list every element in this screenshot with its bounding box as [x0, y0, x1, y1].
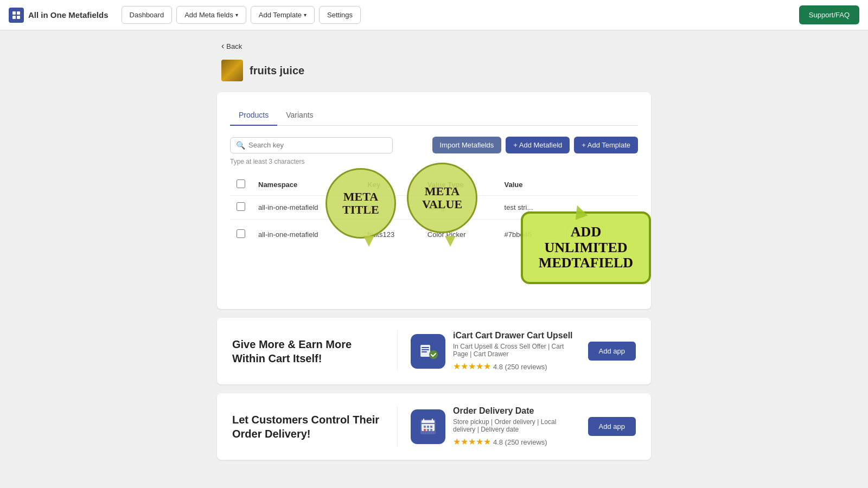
svg-rect-22 — [424, 429, 426, 431]
table-controls: 🔍 Import Metafields + Add Metafield + Ad… — [230, 137, 638, 153]
svg-rect-20 — [427, 426, 429, 428]
promo-app-desc-2: Store pickup | Order delivery | Local de… — [453, 418, 580, 433]
promo-card-1: Give More & Earn More Within Cart Itself… — [217, 318, 651, 384]
promo-text-1: Give More & Earn More Within Cart Itself… — [232, 337, 384, 365]
meta-value-arrow-icon — [445, 236, 456, 247]
promo-divider-1 — [397, 331, 398, 371]
promo-app-name-2: Order Delivery Date — [453, 406, 580, 416]
add-metafield-button[interactable]: + Add Metafield — [506, 137, 570, 153]
row-checkbox-2[interactable] — [237, 229, 245, 238]
import-metafields-button[interactable]: Import Metafields — [432, 137, 502, 153]
add-app-button-1[interactable]: Add app — [588, 342, 636, 361]
tab-variants[interactable]: Variants — [277, 105, 322, 126]
svg-rect-4 — [17, 16, 20, 19]
promo-title-2: Let Customers Control Their Order Delive… — [232, 413, 384, 441]
search-icon: 🔍 — [236, 141, 245, 150]
dashboard-button[interactable]: Dashboard — [122, 6, 173, 24]
svg-rect-19 — [424, 426, 426, 428]
app-logo-icon — [9, 8, 24, 23]
app-name: All in One Metafields — [28, 10, 108, 20]
promo-app-icon-2 — [411, 409, 445, 444]
select-all-checkbox[interactable] — [237, 179, 245, 188]
svg-rect-10 — [420, 345, 430, 357]
promo-app-desc-1: In Cart Upsell & Cross Sell Offer | Cart… — [453, 343, 580, 358]
topbar: All in One Metafields Dashboard Add Meta… — [0, 0, 868, 30]
promo-app-info-2: Order Delivery Date Store pickup | Order… — [453, 406, 580, 447]
stars-icon: ★★★★★ — [453, 362, 491, 371]
promo-rating-1: ★★★★★ 4.8 (250 reviews) — [453, 361, 580, 371]
actions-header — [560, 174, 638, 196]
stars-icon-2: ★★★★★ — [453, 437, 491, 446]
meta-value-tooltip: Meta Value — [407, 163, 477, 233]
add-template-button[interactable]: Add Template ▾ — [251, 6, 315, 24]
rating-text-2: 4.8 (250 reviews) — [493, 438, 547, 446]
row-checkbox-1[interactable] — [237, 202, 245, 211]
add-meta-fields-button[interactable]: Add Meta fields ▾ — [176, 6, 246, 24]
promo-app-icon-1 — [411, 334, 445, 369]
svg-point-14 — [429, 350, 438, 359]
add-meta-fields-arrow-icon: ▾ — [235, 12, 238, 18]
search-input[interactable] — [248, 141, 387, 149]
add-unlimited-tooltip: Add Unlimited Medtafield — [521, 211, 651, 284]
promo-text-2: Let Customers Control Their Order Delive… — [232, 413, 384, 441]
promo-card-2: Let Customers Control Their Order Delive… — [217, 393, 651, 460]
svg-rect-3 — [12, 16, 16, 19]
add-template-label: Add Template — [259, 11, 302, 19]
product-thumbnail — [221, 60, 243, 81]
promo-rating-2: ★★★★★ 4.8 (250 reviews) — [453, 436, 580, 447]
promo-app-info-1: iCart Cart Drawer Cart Upsell In Cart Up… — [453, 331, 580, 371]
svg-rect-24 — [430, 429, 432, 431]
svg-rect-2 — [17, 11, 20, 15]
meta-title-tooltip: Meta Title — [326, 168, 396, 239]
add-template-label: + Add Template — [582, 141, 630, 149]
support-button[interactable]: Support/FAQ — [799, 5, 859, 24]
promo-title-1: Give More & Earn More Within Cart Itself… — [232, 337, 384, 365]
settings-button[interactable]: Settings — [319, 6, 361, 24]
promo-app-2: Order Delivery Date Store pickup | Order… — [411, 406, 636, 447]
add-meta-fields-label: Add Meta fields — [184, 11, 233, 19]
add-template-arrow-icon: ▾ — [304, 12, 307, 18]
svg-rect-12 — [422, 349, 429, 350]
back-link[interactable]: Back — [217, 41, 651, 51]
value-header: Value — [498, 174, 560, 196]
svg-rect-13 — [422, 351, 427, 352]
action-buttons: Import Metafields + Add Metafield + Add … — [432, 137, 638, 153]
add-metafield-label: + Add Metafield — [513, 141, 562, 149]
svg-rect-11 — [422, 347, 429, 348]
tab-bar: Products Variants — [230, 105, 638, 126]
tab-products[interactable]: Products — [230, 105, 277, 126]
import-metafields-label: Import Metafields — [440, 141, 494, 149]
add-app-button-2[interactable]: Add app — [588, 417, 636, 436]
svg-rect-1 — [12, 11, 16, 15]
app-logo: All in One Metafields — [9, 8, 108, 23]
promo-app-1: iCart Cart Drawer Cart Upsell In Cart Up… — [411, 331, 636, 371]
svg-rect-21 — [430, 426, 432, 428]
promo-app-name-1: iCart Cart Drawer Cart Upsell — [453, 331, 580, 341]
promo-divider-2 — [397, 406, 398, 447]
add-template-table-button[interactable]: + Add Template — [574, 137, 638, 153]
back-label: Back — [226, 42, 242, 50]
product-header: fruits juice — [217, 60, 651, 81]
svg-rect-23 — [427, 429, 429, 431]
search-box[interactable]: 🔍 — [230, 137, 393, 153]
rating-text-1: 4.8 (250 reviews) — [493, 363, 547, 371]
product-name: fruits juice — [250, 65, 304, 77]
topbar-right: Support/FAQ — [799, 5, 859, 24]
meta-title-arrow-icon — [363, 236, 374, 247]
main-card: Products Variants 🔍 Import Metafields + … — [217, 92, 651, 309]
